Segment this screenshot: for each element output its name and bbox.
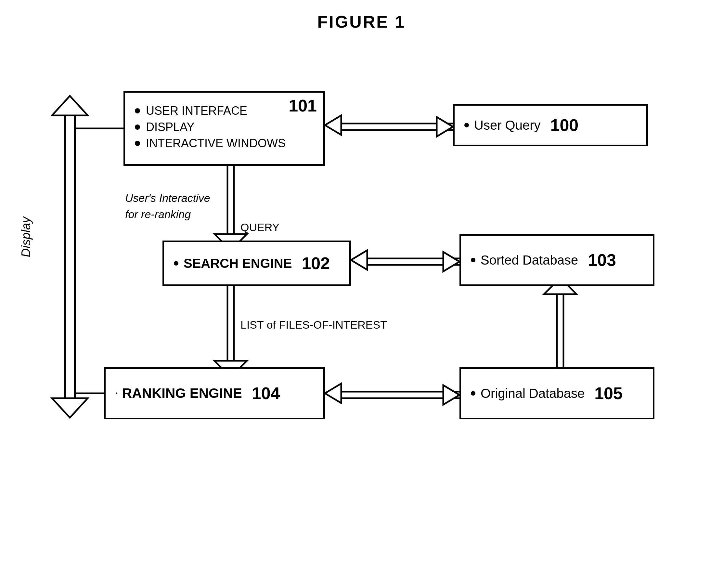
box-103-label: Sorted Database (481, 253, 578, 268)
figure-title: FIGURE 1 (0, 12, 723, 31)
svg-marker-14 (351, 250, 367, 270)
box-102: SEARCH ENGINE 102 (163, 240, 351, 286)
box-105: Original Database 105 (460, 367, 655, 419)
svg-marker-10 (325, 115, 341, 135)
display-label: Display (19, 217, 33, 257)
users-interactive-label: User's Interactive (125, 192, 210, 205)
diagram-arrows (0, 0, 723, 588)
box-101-number: 101 (282, 96, 317, 115)
box-102-label: SEARCH ENGINE (184, 256, 292, 271)
bullet-icon (135, 108, 140, 113)
box-103-number: 103 (588, 250, 616, 270)
svg-marker-18 (325, 383, 341, 403)
svg-marker-17 (443, 252, 460, 271)
box-100: User Query 100 (453, 104, 648, 146)
bullet-icon (135, 125, 140, 130)
box-105-label: Original Database (481, 386, 584, 401)
box-101-item-2: DISPLAY (135, 120, 194, 134)
box-103: Sorted Database 103 (460, 234, 655, 286)
box-101: 101 USER INTERFACE DISPLAY INTERACTIVE W… (124, 91, 325, 166)
box-104: • RANKING ENGINE 104 (104, 367, 325, 419)
box-100-label: User Query (474, 118, 541, 133)
svg-marker-2 (52, 96, 88, 115)
list-of-files-label: LIST of FILES-OF-INTEREST (240, 318, 387, 331)
bullet-icon (464, 123, 469, 127)
bullet-icon (135, 141, 140, 146)
box-104-label: RANKING ENGINE (122, 385, 242, 401)
box-101-item-1: USER INTERFACE (135, 104, 247, 118)
bullet-icon (471, 391, 475, 396)
box-100-number: 100 (550, 115, 579, 135)
svg-marker-13 (437, 117, 453, 136)
box-102-number: 102 (301, 254, 330, 273)
box-101-item-3: INTERACTIVE WINDOWS (135, 136, 285, 150)
query-label: QUERY (240, 221, 279, 234)
box-104-number: 104 (252, 383, 280, 403)
box-105-number: 105 (594, 383, 622, 403)
svg-marker-3 (52, 398, 88, 418)
for-reranking-label: for re-ranking (125, 208, 191, 221)
svg-marker-21 (443, 385, 460, 405)
bullet-icon (471, 258, 475, 262)
bullet-icon (174, 261, 178, 266)
